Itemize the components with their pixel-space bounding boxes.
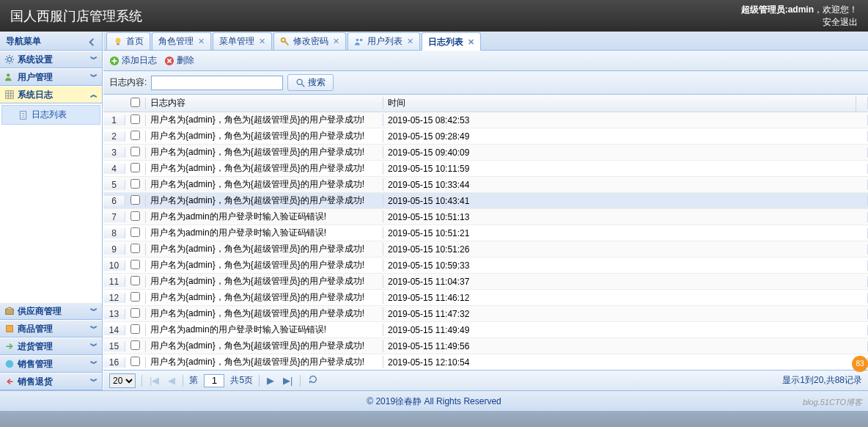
cell-time: 2019-05-15 09:40:09 [383, 147, 868, 158]
table-row[interactable]: 12用户名为{admin}，角色为{超级管理员}的用户登录成功!2019-05-… [103, 290, 868, 306]
tree-item-0[interactable]: 日志列表 [1, 105, 100, 125]
notification-badge[interactable]: 83 [852, 356, 868, 372]
row-checkbox[interactable] [130, 340, 140, 350]
search-input[interactable] [151, 76, 283, 90]
table-row[interactable]: 2用户名为{admin}，角色为{超级管理员}的用户登录成功!2019-05-1… [103, 128, 868, 145]
table-row[interactable]: 5用户名为{admin}，角色为{超级管理员}的用户登录成功!2019-05-1… [103, 177, 868, 193]
add-log-button[interactable]: 添加日志 [109, 54, 157, 67]
row-checkbox[interactable] [130, 179, 140, 189]
col-content-header[interactable]: 日志内容 [146, 97, 383, 109]
close-icon[interactable]: ✕ [198, 37, 205, 46]
table-row[interactable]: 13用户名为{admin}，角色为{超级管理员}的用户登录成功!2019-05-… [103, 306, 868, 322]
sidebar-panel-4[interactable]: 商品管理︾ [0, 320, 102, 337]
close-icon[interactable]: ✕ [468, 37, 474, 47]
cell-content: 用户名为admin的用户登录时输入验证码错误! [146, 211, 383, 223]
last-page-button[interactable]: ▶| [282, 375, 294, 386]
table-row[interactable]: 8用户名为admin的用户登录时输入验证码错误!2019-05-15 10:51… [103, 225, 868, 241]
app-header: 国人西服门店管理系统 超级管理员:admin，欢迎您！ 安全退出 [0, 0, 868, 32]
chevron-icon: ︾ [90, 302, 98, 320]
prev-page-button[interactable]: ◀ [166, 375, 177, 386]
table-row[interactable]: 1用户名为{admin}，角色为{超级管理员}的用户登录成功!2019-05-1… [103, 112, 868, 128]
page-input[interactable] [204, 374, 224, 387]
table-row[interactable]: 14用户名为admin的用户登录时输入验证码错误!2019-05-15 11:4… [103, 322, 868, 338]
svg-point-10 [356, 38, 359, 41]
tab-2[interactable]: 菜单管理✕ [213, 32, 272, 50]
svg-point-1 [7, 73, 10, 76]
row-checkbox[interactable] [130, 147, 140, 156]
cell-time: 2019-05-15 08:42:53 [383, 115, 868, 125]
collapse-left-icon[interactable] [87, 35, 98, 46]
cell-content: 用户名为admin的用户登录时输入验证码错误! [146, 324, 383, 336]
first-page-button[interactable]: |◀ [148, 375, 161, 386]
row-checkbox[interactable] [130, 195, 140, 205]
sidebar-panel-7[interactable]: 销售退货︾ [0, 373, 102, 390]
row-checkbox[interactable] [130, 260, 140, 269]
sidebar-panel-5[interactable]: 进货管理︾ [0, 337, 102, 355]
svg-point-11 [360, 38, 363, 41]
return-icon [4, 376, 15, 387]
search-button[interactable]: 搜索 [287, 74, 334, 91]
table-row[interactable]: 10用户名为{admin}，角色为{超级管理员}的用户登录成功!2019-05-… [103, 258, 868, 274]
cell-time: 2019-05-15 12:10:54 [383, 357, 868, 368]
col-time-header[interactable]: 时间 [383, 97, 868, 109]
toolbar: 添加日志 删除 [103, 51, 868, 71]
tab-5[interactable]: 日志列表✕ [422, 32, 481, 51]
cell-content: 用户名为{admin}，角色为{超级管理员}的用户登录成功! [146, 114, 383, 126]
cell-time: 2019-05-15 11:04:37 [383, 277, 868, 287]
close-icon[interactable]: ✕ [259, 37, 265, 46]
row-checkbox[interactable] [130, 211, 140, 221]
gear-icon [4, 54, 15, 65]
close-icon[interactable]: ✕ [333, 37, 339, 46]
svg-point-14 [298, 79, 303, 84]
row-checkbox[interactable] [130, 308, 140, 318]
tab-0[interactable]: 首页 [106, 32, 150, 50]
sidebar-panel-2[interactable]: 系统日志︽ [0, 86, 102, 103]
table-row[interactable]: 16用户名为{admin}，角色为{超级管理员}的用户登录成功!2019-05-… [103, 354, 868, 370]
row-checkbox[interactable] [130, 324, 140, 334]
next-page-button[interactable]: ▶ [265, 375, 276, 386]
row-checkbox[interactable] [130, 244, 140, 253]
row-checkbox[interactable] [130, 114, 140, 124]
in-icon [4, 341, 15, 351]
grid-body[interactable]: 1用户名为{admin}，角色为{超级管理员}的用户登录成功!2019-05-1… [103, 112, 868, 370]
row-checkbox[interactable] [130, 292, 140, 302]
table-row[interactable]: 9用户名为{admin}，角色为{超级管理员}的用户登录成功!2019-05-1… [103, 241, 868, 258]
chevron-icon: ︾ [90, 355, 98, 373]
logout-link[interactable]: 安全退出 [741, 16, 858, 29]
cell-content: 用户名为{admin}，角色为{超级管理员}的用户登录成功! [146, 275, 383, 288]
users2-icon [354, 37, 364, 47]
page-size-select[interactable]: 20 [109, 373, 136, 388]
box-icon [4, 306, 15, 316]
tab-1[interactable]: 角色管理✕ [152, 32, 211, 50]
pager: 20 |◀ ◀ 第 共5页 ▶ ▶| 显示1到20,共88记录 [103, 370, 868, 390]
goods-icon [4, 324, 15, 334]
cell-content: 用户名为admin的用户登录时输入验证码错误! [146, 227, 383, 239]
row-checkbox[interactable] [130, 227, 140, 237]
search-label: 日志内容: [109, 76, 147, 89]
sidebar-panel-0[interactable]: 系统设置︾ [0, 51, 102, 68]
row-checkbox[interactable] [130, 163, 140, 172]
select-all-checkbox[interactable] [130, 98, 140, 107]
row-checkbox[interactable] [130, 131, 140, 140]
row-checkbox[interactable] [130, 276, 140, 285]
sidebar-panel-6[interactable]: 销售管理︾ [0, 355, 102, 373]
col-checkbox[interactable] [125, 98, 146, 109]
close-icon[interactable]: ✕ [407, 37, 413, 46]
refresh-button[interactable] [306, 374, 320, 387]
sale-icon [4, 359, 15, 369]
sidebar-panel-1[interactable]: 用户管理︾ [0, 68, 102, 86]
table-row[interactable]: 11用户名为{admin}，角色为{超级管理员}的用户登录成功!2019-05-… [103, 274, 868, 290]
row-checkbox[interactable] [130, 357, 140, 366]
tab-4[interactable]: 用户列表✕ [347, 32, 420, 50]
tab-3[interactable]: 修改密码✕ [273, 32, 346, 50]
cell-content: 用户名为{admin}，角色为{超级管理员}的用户登录成功! [146, 162, 383, 175]
delete-button[interactable]: 删除 [164, 54, 194, 67]
table-row[interactable]: 3用户名为{admin}，角色为{超级管理员}的用户登录成功!2019-05-1… [103, 145, 868, 161]
table-row[interactable]: 7用户名为admin的用户登录时输入验证码错误!2019-05-15 10:51… [103, 209, 868, 225]
table-row[interactable]: 15用户名为{admin}，角色为{超级管理员}的用户登录成功!2019-05-… [103, 338, 868, 354]
table-row[interactable]: 6用户名为{admin}，角色为{超级管理员}的用户登录成功!2019-05-1… [103, 193, 868, 209]
sidebar-panel-3[interactable]: 供应商管理︾ [0, 302, 102, 320]
app-title: 国人西服门店管理系统 [10, 7, 142, 25]
table-row[interactable]: 4用户名为{admin}，角色为{超级管理员}的用户登录成功!2019-05-1… [103, 161, 868, 177]
cell-time: 2019-05-15 11:46:12 [383, 293, 868, 303]
